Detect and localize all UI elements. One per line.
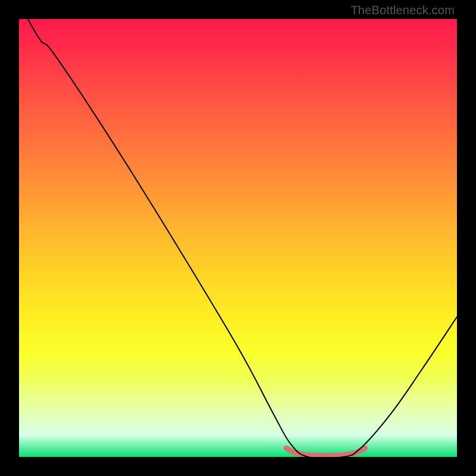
chart-frame: TheBottleneck.com	[0, 0, 476, 476]
plot-background-gradient	[19, 19, 457, 457]
watermark-text: TheBottleneck.com	[350, 4, 455, 17]
